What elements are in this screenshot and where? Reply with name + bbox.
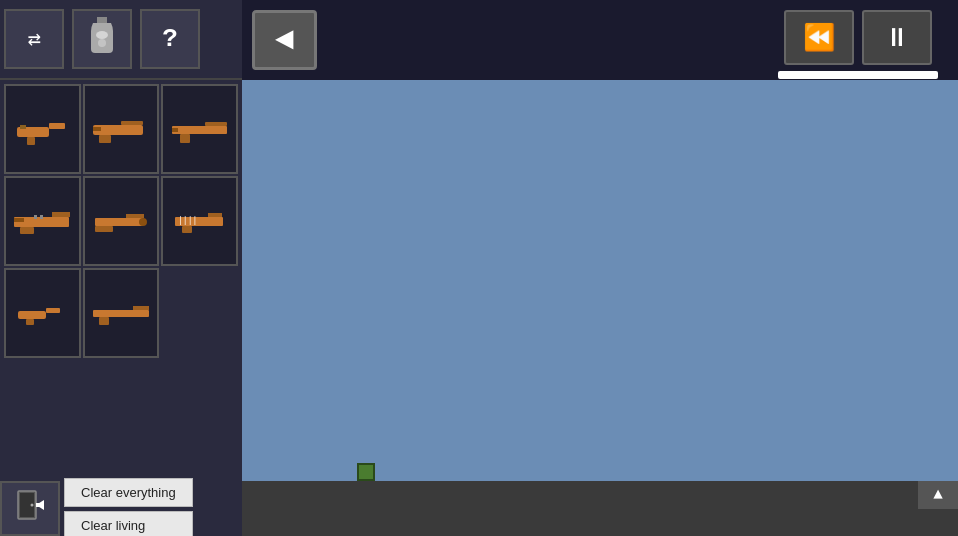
weapon-panel: |||| <box>0 80 242 481</box>
exit-icon <box>12 487 48 530</box>
weapon-slot-2[interactable] <box>83 84 160 174</box>
svg-point-39 <box>31 504 34 507</box>
weapon-slot-6[interactable]: |||| <box>161 176 238 266</box>
help-icon: ? <box>162 24 178 54</box>
svg-rect-5 <box>27 137 35 145</box>
svg-rect-29 <box>18 311 46 319</box>
svg-rect-21 <box>95 218 143 226</box>
help-button[interactable]: ? <box>140 9 200 69</box>
svg-rect-23 <box>95 226 113 232</box>
potion-button[interactable] <box>72 9 132 69</box>
svg-point-1 <box>96 31 108 39</box>
potion-icon <box>87 17 117 62</box>
weapon-slot-7[interactable] <box>4 268 81 358</box>
progress-bar-container <box>778 71 938 79</box>
ground-icon: ▲ <box>918 481 958 509</box>
top-right-controls: ⏪ ⏸ <box>778 10 938 79</box>
svg-rect-34 <box>99 317 109 325</box>
svg-rect-6 <box>20 125 26 129</box>
weapon-slot-1[interactable] <box>4 84 81 174</box>
weapon-slot-4[interactable] <box>4 176 81 266</box>
svg-text:||||: |||| <box>178 216 197 225</box>
ground-bar: ▲ <box>242 481 958 536</box>
svg-rect-30 <box>46 308 60 313</box>
progress-bar <box>778 71 938 79</box>
svg-rect-14 <box>172 128 178 132</box>
pause-icon: ⏸ <box>884 22 910 54</box>
svg-rect-26 <box>208 213 222 217</box>
game-canvas[interactable] <box>242 80 958 481</box>
back-icon: ◄ <box>275 22 294 59</box>
back-button[interactable]: ◄ <box>252 10 317 70</box>
game-object-green-square <box>357 463 375 481</box>
svg-rect-32 <box>93 310 149 317</box>
clear-living-button[interactable]: Clear living <box>64 511 193 537</box>
svg-rect-10 <box>93 127 101 131</box>
svg-rect-16 <box>52 212 70 217</box>
svg-rect-12 <box>205 122 227 126</box>
svg-rect-33 <box>133 306 149 310</box>
weapon-slot-3[interactable] <box>161 84 238 174</box>
top-toolbar: ⇄ ? <box>0 0 242 80</box>
svg-rect-19 <box>34 215 37 219</box>
svg-rect-20 <box>40 215 43 219</box>
swap-button[interactable]: ⇄ <box>4 9 64 69</box>
weapon-slot-5[interactable] <box>83 176 160 266</box>
svg-rect-27 <box>182 226 192 233</box>
svg-point-2 <box>98 39 106 47</box>
svg-rect-13 <box>180 134 190 143</box>
pause-button[interactable]: ⏸ <box>862 10 932 65</box>
svg-rect-4 <box>49 123 65 129</box>
rewind-icon: ⏪ <box>803 22 835 54</box>
svg-rect-18 <box>14 218 24 222</box>
context-menu: Clear everything Clear living <box>64 476 193 537</box>
swap-icon: ⇄ <box>27 26 40 53</box>
bottom-left-panel: Clear everything Clear living <box>0 481 242 536</box>
svg-rect-0 <box>97 17 107 23</box>
weapon-slot-8[interactable] <box>83 268 160 358</box>
svg-rect-38 <box>36 503 44 507</box>
svg-rect-31 <box>26 319 34 325</box>
svg-rect-11 <box>172 126 227 134</box>
svg-point-24 <box>139 218 147 226</box>
clear-everything-button[interactable]: Clear everything <box>64 478 193 507</box>
exit-button[interactable] <box>0 481 60 536</box>
rewind-button[interactable]: ⏪ <box>784 10 854 65</box>
svg-rect-17 <box>20 227 34 234</box>
svg-rect-9 <box>99 135 111 143</box>
svg-rect-22 <box>126 214 144 218</box>
svg-rect-8 <box>121 121 143 125</box>
